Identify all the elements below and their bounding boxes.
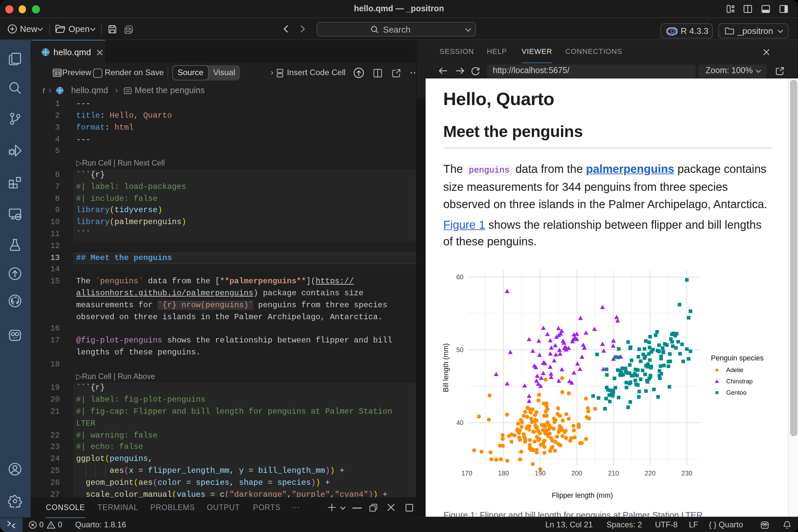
svg-text:200: 200 bbox=[571, 469, 582, 476]
svg-text:50: 50 bbox=[456, 346, 463, 353]
svg-text:40: 40 bbox=[456, 419, 463, 426]
svg-text:220: 220 bbox=[645, 469, 656, 476]
svg-text:Bill length (mm): Bill length (mm) bbox=[442, 343, 450, 392]
svg-text:60: 60 bbox=[456, 273, 463, 280]
svg-text:Adelie: Adelie bbox=[726, 366, 743, 373]
svg-text:170: 170 bbox=[461, 469, 473, 476]
svg-text:Penguin species: Penguin species bbox=[711, 354, 764, 362]
svg-text:190: 190 bbox=[535, 469, 546, 476]
svg-text:210: 210 bbox=[608, 469, 619, 476]
svg-text:230: 230 bbox=[681, 469, 692, 476]
svg-text:180: 180 bbox=[498, 469, 509, 476]
svg-text:Gentoo: Gentoo bbox=[726, 389, 746, 396]
svg-text:Flipper length (mm): Flipper length (mm) bbox=[552, 491, 613, 499]
svg-text:Chinstrap: Chinstrap bbox=[726, 377, 753, 384]
svg-text:R: R bbox=[669, 27, 675, 36]
